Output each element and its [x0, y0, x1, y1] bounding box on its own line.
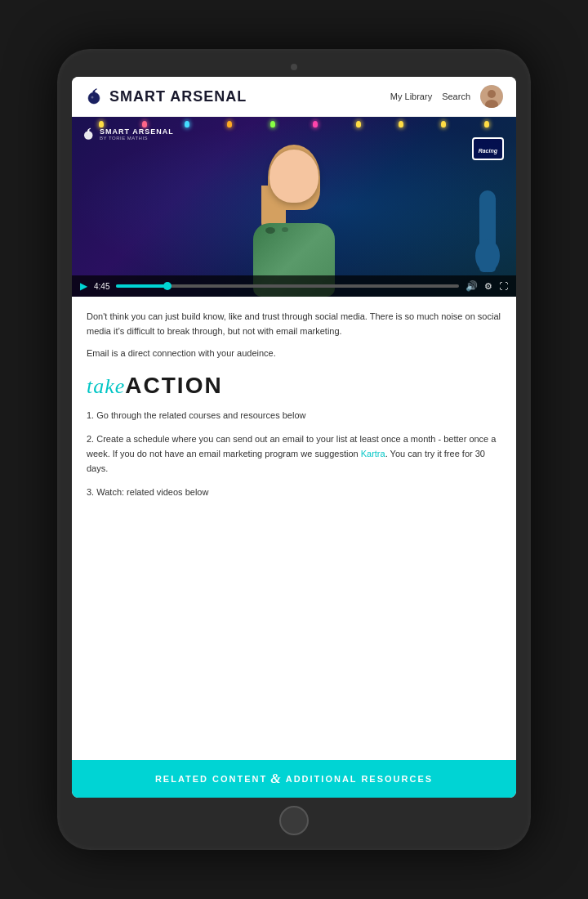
light-8: [399, 121, 403, 127]
related-content-footer: RELATED CONTENT & ADDITIONAL RESOURCES: [72, 760, 516, 798]
racing-sign: Racing: [472, 137, 504, 160]
svg-point-3: [91, 96, 94, 99]
video-logo-icon: [82, 127, 96, 141]
settings-icon[interactable]: ⚙: [484, 281, 492, 292]
tablet-screen: SMART ARSENAL My Library Search: [72, 77, 516, 798]
person-head: [270, 150, 318, 203]
video-person: [229, 133, 359, 297]
light-10: [484, 121, 489, 127]
content-scroll-area[interactable]: Don't think you can just build know, lik…: [72, 297, 516, 798]
guitar-body: [475, 239, 500, 272]
guitar-shape: [479, 190, 496, 272]
logo-icon: [85, 87, 105, 106]
action-label: ACTION: [125, 373, 222, 399]
action-list: 1. Go through the related courses and re…: [87, 409, 501, 500]
take-label: take: [87, 374, 125, 399]
additional-label: ADDITIONAL RESOURCES: [286, 774, 433, 784]
light-7: [356, 121, 361, 127]
tablet-home-button[interactable]: [279, 806, 309, 835]
time-display: 4:45: [94, 282, 109, 291]
action-item-1: 1. Go through the related courses and re…: [87, 409, 501, 423]
light-3: [185, 121, 189, 127]
svg-point-5: [488, 90, 496, 98]
description-paragraph-2: Email is a direct connection with your a…: [87, 347, 501, 361]
svg-point-7: [84, 131, 93, 140]
light-6: [313, 121, 318, 127]
action-item-2: 2. Create a schedule where you can send …: [87, 432, 501, 476]
light-9: [441, 121, 446, 127]
action-item-3-text: Watch: related videos below: [96, 487, 208, 497]
action-item-3: 3. Watch: related videos below: [87, 485, 501, 500]
light-5: [270, 121, 275, 127]
user-avatar[interactable]: [480, 85, 503, 108]
nav-right-section: My Library Search: [390, 85, 503, 108]
play-button[interactable]: ▶: [80, 280, 87, 292]
video-background: SMART ARSENAL BY TORIE MATHIS: [72, 117, 516, 297]
tablet-device: SMART ARSENAL My Library Search: [57, 49, 531, 850]
search-link[interactable]: Search: [442, 92, 470, 101]
video-overlay-logo: SMART ARSENAL BY TORIE MATHIS: [82, 127, 174, 141]
video-overlay-logo-text: SMART ARSENAL: [100, 127, 174, 136]
logo-text: SMART ARSENAL: [109, 88, 247, 105]
progress-fill: [116, 284, 167, 288]
action-item-1-text: Go through the related courses and resou…: [96, 410, 305, 420]
progress-dot: [163, 282, 172, 290]
my-library-link[interactable]: My Library: [390, 92, 432, 101]
description-paragraph-1: Don't think you can just build know, lik…: [87, 310, 501, 338]
person-shape: [229, 133, 359, 297]
fullscreen-icon[interactable]: ⛶: [499, 281, 508, 291]
content-inner: Don't think you can just build know, lik…: [72, 297, 516, 760]
logo-container: SMART ARSENAL: [85, 87, 247, 106]
svg-point-0: [88, 92, 100, 104]
take-action-heading: take ACTION: [87, 373, 501, 399]
light-4: [227, 121, 232, 127]
svg-line-9: [88, 128, 90, 130]
video-player[interactable]: SMART ARSENAL BY TORIE MATHIS: [72, 117, 516, 297]
kartra-link[interactable]: Kartra: [361, 449, 385, 458]
guitar-decoration: [475, 190, 500, 288]
video-controls[interactable]: ▶ 4:45 🔊 ⚙ ⛶: [72, 275, 516, 297]
volume-icon[interactable]: 🔊: [466, 280, 478, 292]
video-overlay-logo-sub: BY TORIE MATHIS: [100, 136, 174, 141]
progress-bar[interactable]: [116, 284, 459, 288]
related-content-button[interactable]: RELATED CONTENT & ADDITIONAL RESOURCES: [72, 760, 516, 798]
navigation-bar: SMART ARSENAL My Library Search: [72, 77, 516, 117]
svg-line-2: [94, 89, 96, 91]
related-label: RELATED CONTENT: [155, 774, 267, 784]
tablet-camera: [291, 64, 297, 70]
ampersand-icon: &: [270, 772, 282, 786]
